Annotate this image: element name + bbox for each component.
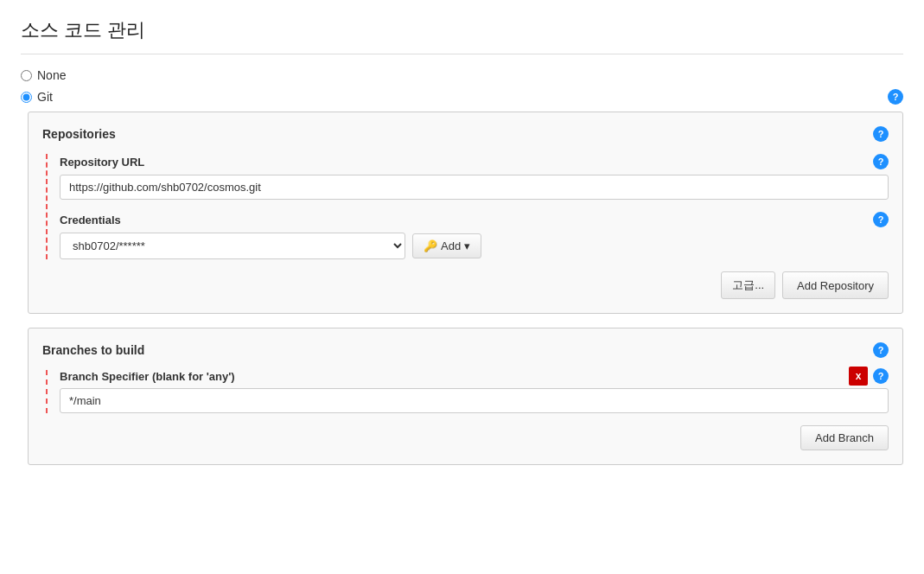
git-radio-label: Git [37,90,53,104]
add-credential-button[interactable]: 🔑 Add ▾ [412,233,481,258]
repo-url-help-icon[interactable]: ? [873,154,889,169]
add-repository-button[interactable]: Add Repository [782,271,889,299]
page-container: 소스 코드 관리 None Git ? Repositories ? [0,0,924,496]
branch-specifier-group: Branch Specifier (blank for 'any') [60,370,889,413]
dropdown-arrow-icon: ▾ [464,239,470,252]
repo-button-row: 고급... Add Repository [42,271,889,299]
add-branch-button[interactable]: Add Branch [800,425,889,450]
git-radio[interactable] [21,92,32,103]
repositories-panel: Repositories ? Repository URL ? Credenti… [28,112,903,314]
credentials-help-icon[interactable]: ? [873,212,889,227]
none-radio-label: None [37,68,66,82]
branch-button-row: Add Branch [42,425,889,450]
add-credential-label: Add [441,239,461,252]
credentials-select[interactable]: shb0702/****** [60,233,405,259]
branch-specifier-label-row: Branch Specifier (blank for 'any') [60,370,889,383]
repositories-help-icon[interactable]: ? [873,126,889,142]
git-help-icon[interactable]: ? [888,89,903,105]
credentials-label: Credentials [60,214,121,226]
branches-header: Branches to build ? [42,342,889,358]
branch-specifier-label: Branch Specifier (blank for 'any') [60,370,235,383]
git-radio-item[interactable]: Git ? [21,89,903,105]
none-radio-item[interactable]: None [21,68,903,82]
repositories-title: Repositories [42,127,116,141]
credentials-label-row: Credentials ? [60,212,889,227]
scm-radio-group: None Git ? [21,68,903,105]
key-icon: 🔑 [424,239,437,252]
branch-specifier-help-icon[interactable]: ? [873,368,889,384]
none-radio[interactable] [21,70,32,81]
repo-url-label: Repository URL [60,156,144,169]
delete-branch-button[interactable]: x [849,367,868,386]
credentials-row: shb0702/****** 🔑 Add ▾ [60,233,889,259]
repo-url-input[interactable] [60,175,889,200]
repositories-header: Repositories ? [42,126,889,142]
page-title: 소스 코드 관리 [21,17,903,54]
branches-help-icon[interactable]: ? [873,342,889,358]
branches-panel: Branches to build ? x ? Branch Specifier… [28,328,903,465]
branches-title: Branches to build [42,343,144,357]
credentials-group: Credentials ? shb0702/****** 🔑 Add ▾ [60,212,889,259]
repo-url-group: Repository URL ? [60,154,889,200]
repo-url-label-row: Repository URL ? [60,154,889,169]
advanced-button[interactable]: 고급... [721,271,775,299]
branch-specifier-input[interactable] [60,388,889,413]
